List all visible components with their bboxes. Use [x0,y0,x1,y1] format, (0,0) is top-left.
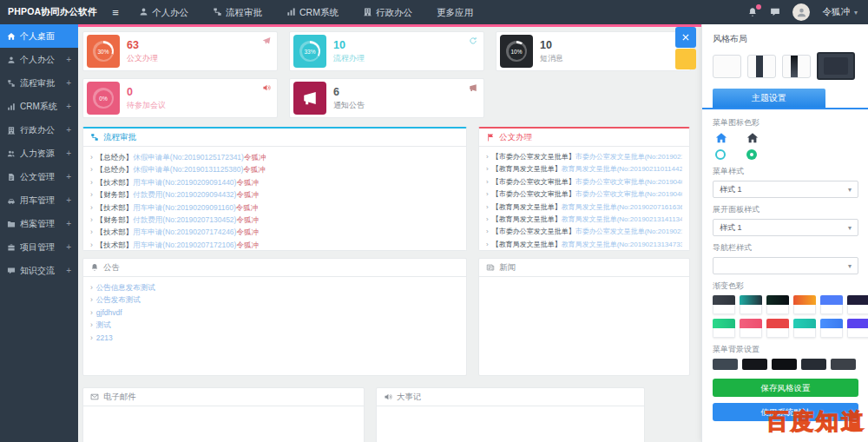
layout-thumb-3[interactable] [782,55,811,78]
list-item-link[interactable]: 用车申请(No:20190207174246) [133,228,236,236]
list-item-link[interactable]: 市委办公室收文审批单(No:20190400004012) [575,178,682,186]
gradient-swatch[interactable] [740,319,762,338]
list-item-link[interactable]: 市委办公室发文呈批单(No:20190211101046) [575,153,682,161]
avatar[interactable] [792,3,810,21]
list-item-link[interactable]: 休假申请单(No:20190125172341) [133,153,244,162]
expand-plus-icon[interactable] [66,266,71,275]
home-solid-icon[interactable] [746,132,759,144]
list-item[interactable]: 【市委办公室发文呈批单】市委办公室发文呈批单(No:20190211101046… [486,151,682,163]
list-item[interactable]: 【教育局发文呈批单】教育局发文呈批单(No:20190213134733)令狐冲 [486,239,682,251]
user-menu[interactable]: 令狐冲 [822,6,858,18]
gradient-swatch[interactable] [740,295,762,314]
hamburger-menu-icon[interactable] [102,6,128,19]
expand-plus-icon[interactable] [66,219,71,228]
stat-card[interactable]: 33% 10 流程办理 [289,31,484,71]
top-menu-item[interactable]: CRM系统 [276,0,349,24]
list-item[interactable]: 【教育局发文呈批单】教育局发文呈批单(No:20190207161636)令狐冲 [486,201,682,214]
sidebar-item[interactable]: 知识交流 [0,259,78,282]
layout-thumb-2[interactable] [747,55,776,78]
expand-plus-icon[interactable] [66,125,71,135]
gradient-swatch[interactable] [793,319,816,338]
gradient-swatch[interactable] [713,295,735,314]
top-menu-item[interactable]: 个人办公 [128,0,199,24]
list-item[interactable]: 【市委办公室收文审批单】市委办公室收文审批单(No:20190400004005… [486,188,682,201]
sidebar-item[interactable]: 人力资源 [0,142,78,165]
list-item-link[interactable]: 公告信息发布测试 [96,283,155,292]
sidebar-item[interactable]: CRM系统 [0,95,78,118]
list-item-link[interactable]: 测试 [96,320,111,329]
stat-card[interactable]: 6 通知公告 [289,78,484,118]
tab-theme-settings[interactable]: 主题设置 [713,89,825,108]
menu-bg-swatch[interactable] [772,359,797,370]
list-item[interactable]: 【财务部】付款费用(No:20190207130452)令狐冲 [90,214,459,226]
expand-plus-icon[interactable] [66,242,71,252]
expand-plus-icon[interactable] [66,102,71,111]
bell-icon[interactable] [747,7,758,18]
list-item[interactable]: 【市委办公室发文呈批单】市委办公室发文呈批单(No:20190213154207… [486,226,682,238]
theme-toggle-button[interactable] [675,49,696,69]
gradient-swatch[interactable] [820,295,843,314]
gradient-swatch[interactable] [847,319,868,338]
gradient-swatch[interactable] [793,295,816,314]
top-menu-item[interactable]: 更多应用 [426,0,483,24]
radio-unchecked[interactable] [715,149,726,160]
list-item-link[interactable]: 付款费用(No:20190209094432) [133,190,236,199]
list-item-link[interactable]: 教育局发文呈批单(No:20190211011442) [562,165,682,173]
layout-thumb-1[interactable] [713,55,741,78]
close-settings-button[interactable] [675,27,696,48]
sidebar-item[interactable]: 项目管理 [0,235,78,259]
top-menu-item[interactable]: 行政办公 [352,0,423,24]
use-default-button[interactable]: 使用系统默认 [713,403,858,421]
list-item[interactable]: gjfdhvdf [90,307,459,319]
list-item-link[interactable]: 休假申请单(No:20190131125380) [133,165,243,174]
menu-bg-swatch[interactable] [801,359,826,370]
expand-plus-icon[interactable] [66,172,71,181]
gradient-swatch[interactable] [847,295,868,314]
list-item[interactable]: 【技术部】用车申请(No:20190207172106)令狐冲 [90,239,459,251]
menu-bg-swatch[interactable] [742,359,767,370]
top-menu-item[interactable]: 流程审批 [202,0,273,24]
list-item[interactable]: 2213 [90,332,459,344]
list-item-link[interactable]: 教育局发文呈批单(No:20190213141134) [562,215,682,223]
list-item-link[interactable]: 公告发布测试 [96,295,141,304]
sidebar-item[interactable]: 个人办公 [0,48,78,71]
home-outline-icon[interactable] [715,132,727,144]
expand-plus-icon[interactable] [66,195,71,205]
list-item[interactable]: 【总经办】休假申请单(No:20190125172341)令狐冲 [90,151,459,163]
list-item-link[interactable]: 教育局发文呈批单(No:20190213134733) [562,241,682,248]
list-item-link[interactable]: 市委办公室发文呈批单(No:20190213154207) [575,228,682,235]
list-item-link[interactable]: 市委办公室收文审批单(No:20190400004005) [575,190,682,198]
sidebar-item[interactable]: 用车管理 [0,188,78,212]
list-item-link[interactable]: 用车申请(No:20190207172106) [133,241,236,249]
menu-style-select[interactable]: 样式 1 [713,181,858,198]
list-item[interactable]: 公告信息发布测试 [90,281,459,294]
sidebar-item[interactable]: 流程审批 [0,71,78,95]
sidebar-item[interactable]: 行政办公 [0,118,78,142]
expand-plus-icon[interactable] [66,55,71,64]
sidebar-item[interactable]: 公文管理 [0,165,78,188]
list-item[interactable]: 【总经办】休假申请单(No:20190131125380)令狐冲 [90,163,459,175]
list-item[interactable]: 公告发布测试 [90,294,459,306]
save-style-button[interactable]: 保存风格设置 [713,379,858,397]
list-item[interactable]: 测试 [90,319,459,331]
list-item[interactable]: 【教育局发文呈批单】教育局发文呈批单(No:20190211011442)令狐冲 [486,163,682,175]
stat-card[interactable]: 30% 63 公文办理 [82,31,278,71]
list-item-link[interactable]: 教育局发文呈批单(No:20190207161636) [562,203,682,211]
gradient-swatch[interactable] [766,319,789,338]
list-item[interactable]: 【技术部】用车申请(No:20190209091160)令狐冲 [90,201,459,214]
gradient-swatch[interactable] [713,319,735,338]
stat-card[interactable]: 10% 10 短消息 [496,31,691,71]
stat-card[interactable]: 0% 0 待参加会议 [82,78,278,118]
list-item-link[interactable]: gjfdhvdf [96,308,122,317]
menu-bg-swatch[interactable] [713,359,738,370]
list-item-link[interactable]: 2213 [96,333,113,342]
expand-plus-icon[interactable] [66,148,71,158]
menu-bg-swatch[interactable] [831,359,856,370]
gradient-swatch[interactable] [766,295,789,314]
layout-thumb-4[interactable] [817,52,855,80]
list-item[interactable]: 【技术部】用车申请(No:20190207174246)令狐冲 [90,226,459,238]
list-item[interactable]: 【财务部】付款费用(No:20190209094432)令狐冲 [90,188,459,201]
list-item-link[interactable]: 用车申请(No:20190209091160) [133,203,235,212]
chat-icon[interactable] [770,7,780,18]
list-item-link[interactable]: 付款费用(No:20190207130452) [133,215,236,224]
